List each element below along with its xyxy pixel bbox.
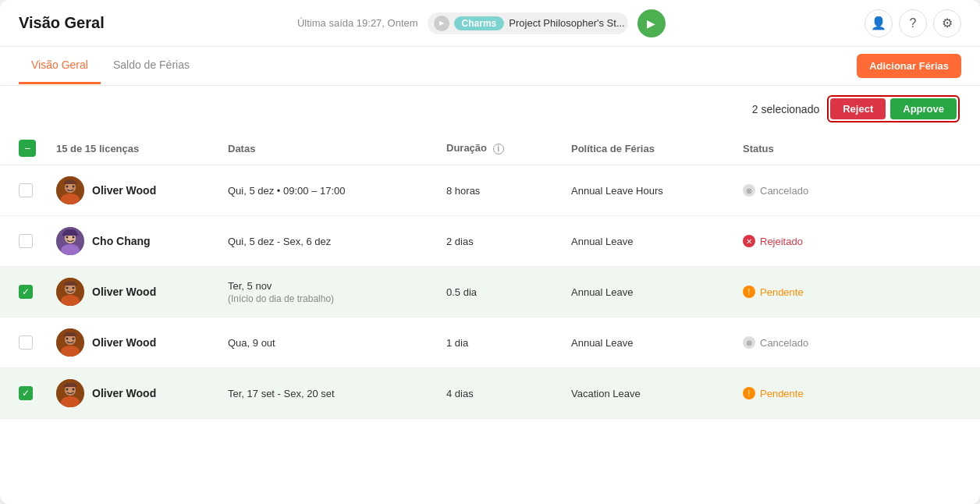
checkbox[interactable]: ✓	[19, 285, 33, 299]
duration-cell: 2 dias	[446, 236, 571, 247]
svg-point-13	[66, 287, 69, 289]
status-cell: ⊗ Cancelado	[743, 336, 868, 349]
reject-button[interactable]: Reject	[830, 98, 886, 119]
select-all-button[interactable]: −	[19, 140, 36, 157]
table-row: Cho Chang Qui, 5 dez - Sex, 6 dez 2 dias…	[0, 216, 980, 267]
svg-point-23	[66, 389, 69, 391]
checkbox[interactable]	[19, 183, 33, 197]
svg-point-8	[66, 236, 69, 239]
policy-cell: Annual Leave	[571, 236, 743, 247]
svg-point-3	[66, 186, 69, 188]
header-duration: Duração i	[446, 142, 571, 154]
avatar	[56, 278, 84, 306]
last-exit: Última saída 19:27, Ontem	[297, 17, 418, 29]
tabs-bar: Visão Geral Saldo de Férias Adicionar Fé…	[0, 47, 980, 86]
status-cell: ✕ Rejeitado	[743, 235, 868, 247]
policy-cell: Annual Leave	[571, 337, 743, 349]
checkbox-cell[interactable]: ✓	[19, 285, 56, 299]
checkbox-cell[interactable]	[19, 234, 56, 248]
selected-count: 2 selecionado	[752, 103, 819, 115]
policy-cell: Annual Leave Hours	[571, 185, 743, 197]
duration-cell: 0.5 dia	[446, 286, 571, 298]
add-vacation-button[interactable]: Adicionar Férias	[857, 54, 961, 78]
action-bar: 2 selecionado Reject Approve	[0, 86, 980, 132]
status-cell: ! Pendente	[743, 286, 868, 298]
checkbox[interactable]: ✓	[19, 386, 33, 400]
duration-info-icon[interactable]: i	[493, 144, 504, 154]
person-name: Oliver Wood	[92, 387, 156, 399]
checkbox-cell[interactable]	[19, 335, 56, 350]
play-small-icon: ▶	[434, 16, 449, 31]
count-label: 15 de 15 licenças	[56, 143, 139, 154]
status-label: Cancelado	[760, 337, 808, 349]
status-label: Cancelado	[760, 185, 808, 197]
header-policy: Política de Férias	[571, 143, 743, 154]
person-name: Oliver Wood	[92, 336, 156, 349]
duration-cell: 1 dia	[446, 337, 571, 349]
svg-point-9	[73, 236, 75, 239]
charms-badge: Charms	[454, 16, 505, 30]
status-label: Pendente	[760, 388, 804, 399]
project-label: Project Philosopher's St...	[509, 17, 624, 29]
checkbox-cell[interactable]	[19, 183, 56, 197]
approve-button[interactable]: Approve	[890, 98, 957, 119]
header-icons: 👤 ? ⚙	[865, 9, 961, 37]
person-cell: Oliver Wood	[56, 278, 228, 306]
svg-point-18	[66, 338, 69, 340]
status-label: Rejeitado	[760, 236, 803, 247]
person-name: Oliver Wood	[92, 184, 156, 197]
header-dates: Datas	[228, 143, 446, 154]
page-title: Visão Geral	[19, 14, 105, 32]
table-header: − 15 de 15 licenças Datas Duração i Polí…	[0, 132, 980, 165]
table-rows: Oliver Wood Qui, 5 dez • 09:00 – 17:00 8…	[0, 165, 980, 419]
status-icon: !	[743, 286, 755, 298]
table-row: ✓ Oliver Wood Ter, 17 set - Sex, 20 set …	[0, 368, 980, 419]
date-main: Ter, 5 nov	[228, 280, 446, 292]
status-cell: ⊗ Cancelado	[743, 184, 868, 197]
header-status: Status	[743, 143, 868, 154]
header-name: 15 de 15 licenças	[56, 143, 228, 154]
date-cell: Ter, 17 set - Sex, 20 set	[228, 388, 446, 399]
date-cell: Qua, 9 out	[228, 337, 446, 349]
person-cell: Oliver Wood	[56, 379, 228, 407]
policy-cell: Annual Leave	[571, 286, 743, 298]
header: Visão Geral Última saída 19:27, Ontem ▶ …	[0, 0, 980, 47]
avatar	[56, 227, 84, 255]
svg-point-4	[73, 186, 75, 188]
play-button[interactable]: ▶	[637, 9, 666, 37]
tab-saldo-ferias[interactable]: Saldo de Férias	[101, 48, 202, 84]
user-icon[interactable]: 👤	[865, 9, 893, 37]
svg-point-19	[73, 338, 75, 340]
checkbox[interactable]	[19, 335, 33, 350]
person-cell: Cho Chang	[56, 227, 228, 255]
svg-point-24	[73, 389, 75, 391]
person-cell: Oliver Wood	[56, 328, 228, 357]
date-cell: Qui, 5 dez • 09:00 – 17:00	[228, 185, 446, 197]
policy-cell: Vacation Leave	[571, 388, 743, 399]
checkbox-cell[interactable]: ✓	[19, 386, 56, 400]
status-icon: ⊗	[743, 184, 755, 197]
table-row: ✓ Oliver Wood Ter, 5 nov (Início do dia …	[0, 267, 980, 318]
date-cell: Ter, 5 nov (Início do dia de trabalho)	[228, 280, 446, 304]
tab-visao-geral[interactable]: Visão Geral	[19, 48, 101, 84]
duration-cell: 8 horas	[446, 185, 571, 197]
avatar	[56, 328, 84, 357]
table-row: Oliver Wood Qua, 9 out 1 dia Annual Leav…	[0, 318, 980, 368]
status-icon: ⊗	[743, 336, 755, 349]
person-name: Cho Chang	[92, 235, 151, 247]
table-container: − 15 de 15 licenças Datas Duração i Polí…	[0, 132, 980, 504]
app-container: Visão Geral Última saída 19:27, Ontem ▶ …	[0, 0, 980, 504]
tabs-list: Visão Geral Saldo de Férias	[19, 48, 857, 84]
svg-point-14	[73, 287, 75, 289]
help-icon[interactable]: ?	[899, 9, 927, 37]
status-cell: ! Pendente	[743, 387, 868, 399]
status-icon: !	[743, 387, 755, 399]
play-badge: ▶ Charms Project Philosopher's St...	[428, 12, 628, 34]
settings-icon[interactable]: ⚙	[933, 9, 961, 37]
reject-approve-group: Reject Approve	[827, 95, 960, 122]
select-all-cell[interactable]: −	[19, 140, 56, 157]
person-cell: Oliver Wood	[56, 176, 228, 204]
table-row: Oliver Wood Qui, 5 dez • 09:00 – 17:00 8…	[0, 165, 980, 216]
checkbox[interactable]	[19, 234, 33, 248]
date-cell: Qui, 5 dez - Sex, 6 dez	[228, 236, 446, 247]
